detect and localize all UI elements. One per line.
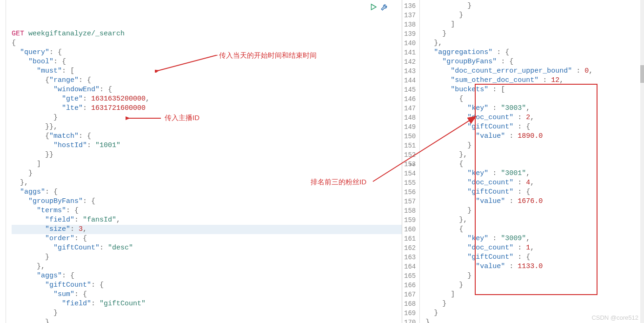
arrow-top-fans	[372, 114, 479, 184]
line-number: 141	[404, 48, 416, 57]
line-number: 167	[404, 290, 416, 299]
line-number: 162	[404, 243, 416, 253]
line-number: 143	[404, 67, 416, 76]
code-line[interactable]: "aggregations" : {	[425, 48, 644, 57]
line-number: 144	[404, 76, 416, 85]
code-line[interactable]: "windowEnd": {	[12, 85, 402, 94]
line-number: 147	[404, 104, 416, 113]
line-number: 161	[404, 234, 416, 243]
watermark: CSDN @core512	[591, 314, 638, 321]
code-line[interactable]: "lte": 1631721600000	[12, 104, 402, 113]
request-code[interactable]: GET weekgiftanalyze/_search{ "query": { …	[6, 0, 402, 323]
code-line[interactable]: "size": 3,	[12, 225, 402, 234]
line-number: 142	[404, 57, 416, 67]
result-highlight-box	[475, 84, 598, 295]
code-line[interactable]: "field": "fansId",	[12, 215, 402, 225]
annotation-top-fans: 排名前三的粉丝ID	[311, 178, 366, 187]
code-line[interactable]: "hostId": "1001"	[12, 141, 402, 150]
line-number: 169	[404, 309, 416, 318]
line-number: 166	[404, 281, 416, 290]
right-scrollbar[interactable]	[640, 0, 644, 323]
code-line[interactable]: "groupByFans" : {	[425, 57, 644, 67]
code-line[interactable]: "aggs": {	[12, 271, 402, 281]
request-editor-panel: GET weekgiftanalyze/_search{ "query": { …	[0, 0, 402, 323]
code-line[interactable]: {"range": {	[12, 76, 402, 85]
code-line[interactable]: {	[12, 39, 402, 48]
line-number: 137	[404, 11, 416, 20]
line-number: 138	[404, 20, 416, 29]
code-line[interactable]: "doc_count_error_upper_bound" : 0,	[425, 67, 644, 76]
code-line[interactable]: }	[12, 253, 402, 262]
code-line[interactable]: }	[12, 309, 402, 318]
code-line[interactable]: ]	[425, 20, 644, 29]
svg-marker-0	[372, 4, 377, 10]
code-line[interactable]: }	[12, 169, 402, 178]
line-number: 170	[404, 318, 416, 323]
line-number: 156	[404, 188, 416, 197]
line-number: 159	[404, 215, 416, 225]
code-line[interactable]: "sum": {	[12, 290, 402, 299]
arrow-host-id	[126, 115, 163, 121]
code-line[interactable]: {"match": {	[12, 132, 402, 141]
line-number: 157	[404, 197, 416, 206]
line-number: 165	[404, 271, 416, 281]
code-line[interactable]: }}	[12, 150, 402, 160]
line-number: 163	[404, 253, 416, 262]
code-line[interactable]: GET weekgiftanalyze/_search	[12, 29, 402, 39]
code-line[interactable]: "field": "giftCount"	[12, 299, 402, 309]
code-line[interactable]: }	[12, 113, 402, 122]
code-line[interactable]: "terms": {	[12, 206, 402, 215]
line-number: 164	[404, 262, 416, 271]
code-line[interactable]: "giftCount": {	[12, 281, 402, 290]
code-line[interactable]: "aggs": {	[12, 188, 402, 197]
line-number: 136	[404, 1, 416, 11]
code-line[interactable]: ]	[12, 160, 402, 169]
editor-toolbar	[369, 3, 389, 11]
annotation-time-range: 传入当天的开始时间和结束时间	[219, 51, 317, 60]
code-line[interactable]: },	[12, 262, 402, 271]
run-icon[interactable]	[369, 3, 378, 11]
svg-line-6	[373, 117, 475, 182]
line-number: 168	[404, 299, 416, 309]
line-number: 140	[404, 39, 416, 48]
code-line[interactable]: "order": {	[12, 234, 402, 243]
left-gutter	[0, 0, 6, 323]
panel-divider-icon[interactable]: ⇔	[409, 158, 415, 170]
code-line[interactable]: "groupByFans": {	[12, 197, 402, 206]
code-line[interactable]: }	[425, 11, 644, 20]
code-line[interactable]: }	[425, 29, 644, 39]
line-number: 139	[404, 29, 416, 39]
wrench-icon[interactable]	[380, 3, 389, 11]
annotation-host-id: 传入主播ID	[165, 114, 199, 122]
code-line[interactable]: }	[12, 318, 402, 323]
code-line[interactable]: },	[425, 39, 644, 48]
svg-line-2	[158, 55, 218, 71]
code-line[interactable]: "giftCount": "desc"	[12, 243, 402, 253]
line-number: 146	[404, 94, 416, 104]
line-number: 160	[404, 225, 416, 234]
line-number: 158	[404, 206, 416, 215]
code-line[interactable]: }	[425, 1, 644, 11]
line-number: 145	[404, 85, 416, 94]
code-line[interactable]: }},	[12, 122, 402, 132]
code-line[interactable]: "gte": 1631635200000,	[12, 94, 402, 104]
arrow-time-range	[155, 55, 222, 73]
code-line[interactable]: }	[425, 299, 644, 309]
